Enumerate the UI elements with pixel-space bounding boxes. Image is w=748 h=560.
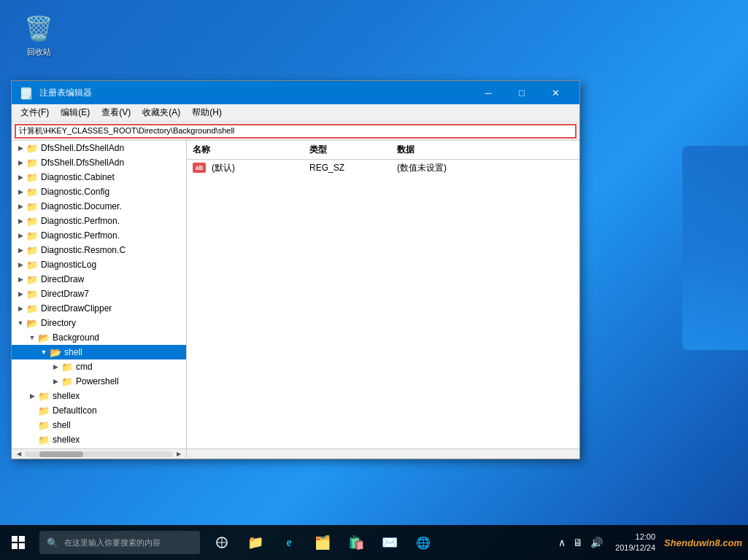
- tree-item-diagnostic-perfmon2[interactable]: ▶ 📁 Diagnostic.Perfmon.: [12, 228, 186, 243]
- folder-open-icon: 📂: [50, 347, 61, 358]
- tree-panel[interactable]: ▶ 📁 DfsShell.DfsShellAdn ▶ 📁 DfsShell.Df…: [12, 141, 187, 448]
- address-input[interactable]: [15, 124, 577, 139]
- folder-icon: 📁: [26, 289, 38, 300]
- tree-label: DefaultIcon: [53, 405, 97, 416]
- mail-button[interactable]: ✉️: [374, 525, 406, 560]
- expand-icon: ▶: [15, 228, 26, 243]
- expand-icon: ▶: [26, 418, 38, 432]
- tree-item-defaulticon[interactable]: ▶ 📁 DefaultIcon: [12, 403, 186, 418]
- tree-item-background[interactable]: ▼ 📂 Background: [12, 330, 186, 345]
- expand-icon: ▼: [38, 345, 50, 359]
- maximize-button[interactable]: □: [505, 81, 539, 104]
- tree-item-dfsshelladn2[interactable]: ▶ 📁 DfsShell.DfsShellAdn: [12, 155, 186, 170]
- menu-edit[interactable]: 编辑(E): [55, 105, 96, 120]
- file-explorer-button[interactable]: 📁: [239, 525, 271, 560]
- store-icon: 🛍️: [348, 534, 364, 551]
- scroll-right-arrow[interactable]: ▶: [173, 449, 185, 459]
- tree-item-shellex2[interactable]: ▶ 📁 shellex: [12, 432, 186, 447]
- tree-item-shell[interactable]: ▼ 📂 shell: [12, 345, 186, 359]
- edge-browser-button[interactable]: e: [273, 525, 305, 560]
- taskbar: 🔍 在这里输入你要搜索的内容 📁 e 🗂️ 🛍️: [0, 525, 748, 560]
- tree-label: shellex: [53, 435, 80, 445]
- volume-tray-icon[interactable]: 🔊: [588, 537, 605, 548]
- recycle-bin-icon[interactable]: 🗑️ 回收站: [13, 13, 64, 58]
- tree-item-diagnostic-config[interactable]: ▶ 📁 Diagnostic.Config: [12, 184, 186, 199]
- svg-rect-3: [19, 543, 25, 549]
- network-tray-icon[interactable]: 🖥: [571, 537, 585, 548]
- tree-item-directdraw7[interactable]: ▶ 📁 DirectDraw7: [12, 287, 186, 301]
- tree-item-shell2[interactable]: ▶ 📁 shell: [12, 418, 186, 432]
- folder-icon: 📁: [38, 435, 50, 446]
- menu-file[interactable]: 文件(F): [15, 105, 55, 120]
- start-button[interactable]: [0, 525, 36, 560]
- tree-item-diagnosticlog[interactable]: ▶ 📁 DiagnosticLog: [12, 257, 186, 272]
- menu-favorites[interactable]: 收藏夹(A): [136, 105, 186, 120]
- tree-label: DfsShell.DfsShellAdn: [41, 158, 124, 168]
- expand-icon: ▶: [15, 184, 26, 199]
- col-header-type[interactable]: 类型: [304, 142, 391, 158]
- folder-icon: 📁: [26, 245, 38, 256]
- search-icon: 🔍: [47, 537, 58, 548]
- tree-item-diagnostic-cabinet[interactable]: ▶ 📁 Diagnostic.Cabinet: [12, 170, 186, 184]
- tree-item-diagnostic-perfmon1[interactable]: ▶ 📁 Diagnostic.Perfmon.: [12, 214, 186, 228]
- expand-icon: ▶: [15, 272, 26, 287]
- tree-item-cmd[interactable]: ▶ 📁 cmd: [12, 359, 186, 374]
- tree-label: shell: [64, 347, 82, 357]
- folder-icon: 📁: [26, 201, 38, 212]
- tree-label: DirectDraw: [41, 274, 84, 284]
- folder-open-icon: 📂: [26, 318, 38, 329]
- task-view-button[interactable]: [206, 525, 238, 560]
- taskbar-tray: ∧ 🖥 🔊 12:00 2019/12/24 Shenduwin8.com: [556, 532, 748, 554]
- tree-item-diagnostic-documer[interactable]: ▶ 📁 Diagnostic.Documer.: [12, 199, 186, 214]
- tree-item-directdraw[interactable]: ▶ 📁 DirectDraw: [12, 272, 186, 287]
- clock-time: 12:00: [615, 532, 655, 542]
- expand-icon: ▶: [15, 199, 26, 214]
- scroll-thumb[interactable]: [39, 451, 83, 457]
- details-row-default[interactable]: ab (默认) REG_SZ (数值未设置): [187, 160, 579, 176]
- expand-icon: ▶: [15, 170, 26, 184]
- file-manager-button[interactable]: 🗂️: [306, 525, 339, 560]
- tree-label: Diagnostic.Cabinet: [41, 172, 115, 182]
- col-header-name[interactable]: 名称: [187, 142, 304, 158]
- store-button[interactable]: 🛍️: [340, 525, 372, 560]
- cell-data-default: (数值未设置): [391, 162, 579, 174]
- expand-icon: ▶: [26, 389, 38, 403]
- main-content: ▶ 📁 DfsShell.DfsShellAdn ▶ 📁 DfsShell.Df…: [12, 141, 579, 448]
- network-icon: 🌐: [416, 536, 431, 550]
- tree-label: cmd: [76, 362, 93, 372]
- scroll-left-arrow[interactable]: ◀: [13, 449, 25, 459]
- tree-item-powershell[interactable]: ▶ 📁 Powershell: [12, 374, 186, 389]
- network-button[interactable]: 🌐: [407, 525, 439, 560]
- tree-label: DfsShell.DfsShellAdn: [41, 143, 124, 153]
- minimize-button[interactable]: ─: [471, 81, 505, 104]
- details-header: 名称 类型 数据: [187, 141, 579, 160]
- tray-expand-icon[interactable]: ∧: [556, 537, 568, 548]
- reg-value-icon: ab: [193, 163, 206, 173]
- taskbar-search[interactable]: 🔍 在这里输入你要搜索的内容: [39, 531, 200, 554]
- tree-item-dfsshelladn1[interactable]: ▶ 📁 DfsShell.DfsShellAdn: [12, 141, 186, 155]
- svg-rect-0: [12, 536, 18, 542]
- col-header-data[interactable]: 数据: [391, 142, 579, 158]
- menu-help[interactable]: 帮助(H): [186, 105, 228, 120]
- tree-item-directory[interactable]: ▼ 📂 Directory: [12, 316, 186, 330]
- tree-label: DirectDrawClipper: [41, 303, 112, 314]
- scroll-track[interactable]: [25, 451, 173, 457]
- folder-icon: 📁: [61, 362, 73, 373]
- tree-label: Diagnostic.Documer.: [41, 201, 122, 211]
- menu-view[interactable]: 查看(V): [96, 105, 136, 120]
- folder-icon: 📁: [38, 391, 50, 402]
- tree-item-shellex1[interactable]: ▶ 📁 shellex: [12, 389, 186, 403]
- tree-item-diagnostic-resmon[interactable]: ▶ 📁 Diagnostic.Resmon.C: [12, 243, 186, 257]
- system-clock[interactable]: 12:00 2019/12/24: [609, 532, 655, 554]
- expand-icon: ▶: [50, 359, 61, 374]
- folder-icon: 📁: [26, 172, 38, 183]
- tree-item-directdrawclipper[interactable]: ▶ 📁 DirectDrawClipper: [12, 301, 186, 316]
- close-button[interactable]: ✕: [539, 81, 572, 104]
- clock-date: 2019/12/24: [615, 542, 655, 553]
- tree-label: Directory: [41, 318, 76, 328]
- bottom-scrollbar[interactable]: ◀ ▶: [12, 448, 579, 459]
- task-view-icon: [215, 536, 228, 549]
- expand-icon: ▶: [15, 243, 26, 257]
- desktop: 🗑️ 回收站 🗒️ 注册表编辑器 ─ □ ✕ 文件(F) 编辑(E) 查看(V)…: [0, 0, 748, 560]
- window-controls: ─ □ ✕: [471, 81, 572, 104]
